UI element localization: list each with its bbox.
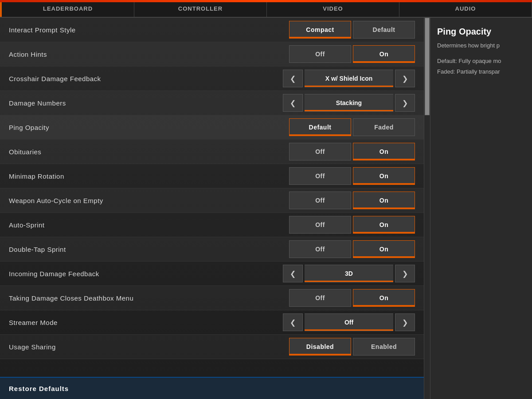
btn-obituaries-on[interactable]: On	[353, 143, 415, 160]
restore-defaults-label[interactable]: Restore Defaults	[9, 385, 69, 392]
main-container: Interact Prompt Style Compact Default Ac…	[0, 18, 532, 399]
controls-ping-opacity: Default Faded	[289, 118, 415, 136]
label-auto-sprint: Auto-Sprint	[9, 221, 289, 229]
tab-leaderboard[interactable]: LEADERBOARD	[0, 0, 134, 17]
setting-minimap-rotation: Minimap Rotation Off On	[0, 164, 424, 188]
label-streamer-mode: Streamer Mode	[9, 319, 283, 326]
controls-action-hints: Off On	[289, 45, 415, 63]
sidebar-details: Default: Fully opaque mo Faded: Partiall…	[437, 57, 525, 76]
setting-incoming-damage: Incoming Damage Feedback ❮ 3D ❯	[0, 262, 424, 286]
btn-minimap-off[interactable]: Off	[289, 167, 351, 185]
controls-weapon-auto-cycle: Off On	[289, 192, 415, 209]
btn-pair-action-hints: Off On	[289, 45, 415, 63]
btn-action-hints-off[interactable]: Off	[289, 45, 351, 63]
btn-crosshair-next[interactable]: ❯	[395, 70, 415, 87]
btn-deathbox-off[interactable]: Off	[289, 289, 351, 307]
sidebar-desc1: Determines how bright p	[437, 41, 525, 50]
tab-video[interactable]: VIDEO	[267, 0, 399, 17]
setting-ping-opacity: Ping Opacity Default Faded	[0, 115, 424, 140]
label-damage-numbers: Damage Numbers	[9, 99, 283, 107]
btn-minimap-on[interactable]: On	[353, 167, 415, 185]
btn-usage-disabled[interactable]: Disabled	[289, 338, 351, 356]
controls-taking-damage-deathbox: Off On	[289, 289, 415, 307]
btn-incoming-prev[interactable]: ❮	[283, 265, 303, 282]
sidebar-title: Ping Opacity	[437, 27, 525, 37]
label-ping-opacity: Ping Opacity	[9, 124, 289, 131]
btn-incoming-next[interactable]: ❯	[395, 265, 415, 282]
btn-pair-usage-sharing: Disabled Enabled	[289, 338, 415, 356]
setting-damage-numbers: Damage Numbers ❮ Stacking ❯	[0, 91, 424, 115]
btn-auto-sprint-on[interactable]: On	[353, 216, 415, 234]
label-minimap-rotation: Minimap Rotation	[9, 172, 289, 180]
btn-weapon-on[interactable]: On	[353, 192, 415, 209]
btn-pair-double-tap: Off On	[289, 240, 415, 258]
label-obituaries: Obituaries	[9, 148, 289, 156]
setting-obituaries: Obituaries Off On	[0, 140, 424, 164]
btn-deathbox-on[interactable]: On	[353, 289, 415, 307]
controls-double-tap-sprint: Off On	[289, 240, 415, 258]
settings-panel: Interact Prompt Style Compact Default Ac…	[0, 18, 424, 377]
btn-crosshair-prev[interactable]: ❮	[283, 70, 303, 87]
sidebar-desc4: Faded: Partially transpar	[437, 67, 525, 76]
btn-pair-ping: Default Faded	[289, 118, 415, 136]
tab-audio[interactable]: AUDIO	[399, 0, 532, 17]
btn-streamer-prev[interactable]: ❮	[283, 313, 303, 331]
btn-damage-next[interactable]: ❯	[395, 94, 415, 112]
controls-minimap-rotation: Off On	[289, 167, 415, 185]
btn-incoming-value: 3D	[305, 265, 393, 282]
label-taking-damage-deathbox: Taking Damage Closes Deathbox Menu	[9, 294, 289, 302]
btn-pair-minimap: Off On	[289, 167, 415, 185]
setting-taking-damage-deathbox: Taking Damage Closes Deathbox Menu Off O…	[0, 286, 424, 310]
btn-compact[interactable]: Compact	[289, 21, 351, 39]
label-crosshair-damage: Crosshair Damage Feedback	[9, 75, 283, 82]
controls-damage-numbers: ❮ Stacking ❯	[283, 94, 415, 112]
btn-usage-enabled[interactable]: Enabled	[353, 338, 415, 356]
setting-usage-sharing: Usage Sharing Disabled Enabled	[0, 335, 424, 359]
controls-crosshair-damage: ❮ X w/ Shield Icon ❯	[283, 70, 415, 87]
setting-action-hints: Action Hints Off On	[0, 42, 424, 66]
top-navigation: LEADERBOARD CONTROLLER VIDEO AUDIO	[0, 0, 532, 18]
label-weapon-auto-cycle: Weapon Auto-Cycle on Empty	[9, 197, 289, 204]
restore-defaults-bar: Restore Defaults	[0, 377, 424, 399]
setting-interact-prompt-style: Interact Prompt Style Compact Default	[0, 18, 424, 42]
label-usage-sharing: Usage Sharing	[9, 343, 289, 351]
btn-damage-value: Stacking	[305, 94, 393, 112]
btn-auto-sprint-off[interactable]: Off	[289, 216, 351, 234]
btn-streamer-next[interactable]: ❯	[395, 313, 415, 331]
btn-ping-faded[interactable]: Faded	[353, 118, 415, 136]
sidebar-info-panel: Ping Opacity Determines how bright p Def…	[430, 18, 532, 399]
btn-pair-auto-sprint: Off On	[289, 216, 415, 234]
btn-pair-obituaries: Off On	[289, 143, 415, 160]
scrollbar-track[interactable]	[424, 18, 430, 399]
scrollbar-thumb[interactable]	[425, 18, 430, 115]
controls-interact-prompt-style: Compact Default	[289, 21, 415, 39]
btn-action-hints-on[interactable]: On	[353, 45, 415, 63]
controls-usage-sharing: Disabled Enabled	[289, 338, 415, 356]
setting-auto-sprint: Auto-Sprint Off On	[0, 213, 424, 237]
setting-double-tap-sprint: Double-Tap Sprint Off On	[0, 237, 424, 262]
btn-pair-interact: Compact Default	[289, 21, 415, 39]
label-interact-prompt-style: Interact Prompt Style	[9, 26, 289, 34]
btn-default[interactable]: Default	[353, 21, 415, 39]
btn-streamer-value: Off	[305, 313, 393, 331]
btn-obituaries-off[interactable]: Off	[289, 143, 351, 160]
btn-crosshair-value: X w/ Shield Icon	[305, 70, 393, 87]
btn-weapon-off[interactable]: Off	[289, 192, 351, 209]
btn-ping-default[interactable]: Default	[289, 118, 351, 136]
tab-controller[interactable]: CONTROLLER	[134, 0, 267, 17]
setting-weapon-auto-cycle: Weapon Auto-Cycle on Empty Off On	[0, 188, 424, 213]
controls-streamer-mode: ❮ Off ❯	[283, 313, 415, 331]
btn-damage-prev[interactable]: ❮	[283, 94, 303, 112]
btn-double-tap-on[interactable]: On	[353, 240, 415, 258]
label-double-tap-sprint: Double-Tap Sprint	[9, 246, 289, 253]
setting-streamer-mode: Streamer Mode ❮ Off ❯	[0, 310, 424, 335]
btn-pair-weapon: Off On	[289, 192, 415, 209]
btn-pair-deathbox: Off On	[289, 289, 415, 307]
setting-crosshair-damage: Crosshair Damage Feedback ❮ X w/ Shield …	[0, 66, 424, 91]
controls-auto-sprint: Off On	[289, 216, 415, 234]
label-action-hints: Action Hints	[9, 51, 289, 58]
label-incoming-damage: Incoming Damage Feedback	[9, 270, 283, 278]
controls-incoming-damage: ❮ 3D ❯	[283, 265, 415, 282]
btn-double-tap-off[interactable]: Off	[289, 240, 351, 258]
sidebar-desc3: Default: Fully opaque mo	[437, 57, 525, 66]
